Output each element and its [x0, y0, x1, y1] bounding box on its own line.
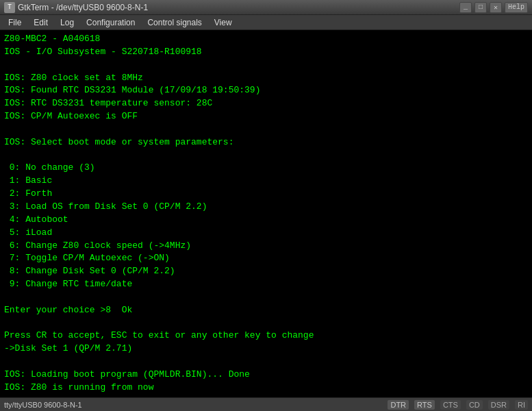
maximize-button[interactable]: □: [474, 2, 487, 13]
status-indicators: DTR RTS CTS CD DSR RI: [388, 400, 528, 410]
rts-indicator: RTS: [414, 400, 435, 410]
title-bar: T GtkTerm - /dev/ttyUSB0 9600-8-N-1 _ □ …: [0, 0, 532, 15]
menu-edit[interactable]: Edit: [28, 16, 53, 29]
menu-log[interactable]: Log: [55, 16, 79, 29]
window-title: GtkTerm - /dev/ttyUSB0 9600-8-N-1: [18, 3, 148, 12]
menu-configuration[interactable]: Configuration: [81, 16, 140, 29]
minimize-button[interactable]: _: [459, 2, 472, 13]
menu-view[interactable]: View: [209, 16, 238, 29]
ri-indicator: RI: [515, 400, 528, 410]
cts-indicator: CTS: [440, 400, 461, 410]
title-bar-controls: _ □ ✕ Help: [459, 2, 528, 13]
dsr-indicator: DSR: [488, 400, 509, 410]
title-bar-left: T GtkTerm - /dev/ttyUSB0 9600-8-N-1: [4, 2, 148, 13]
port-info: tty/ttyUSB0 9600-8-N-1: [4, 401, 82, 409]
help-button[interactable]: Help: [505, 2, 528, 13]
menu-control-signals[interactable]: Control signals: [142, 16, 207, 29]
close-button[interactable]: ✕: [490, 2, 502, 13]
menu-bar: File Edit Log Configuration Control sign…: [0, 15, 532, 30]
menu-file[interactable]: File: [3, 16, 27, 29]
app-icon: T: [4, 2, 15, 13]
dtr-indicator: DTR: [388, 400, 409, 410]
terminal-area[interactable]: Z80-MBC2 - A040618 IOS - I/O Subsystem -…: [0, 30, 532, 397]
status-bar: tty/ttyUSB0 9600-8-N-1 DTR RTS CTS CD DS…: [0, 397, 532, 411]
terminal-output: Z80-MBC2 - A040618 IOS - I/O Subsystem -…: [4, 33, 528, 397]
cd-indicator: CD: [466, 400, 483, 410]
